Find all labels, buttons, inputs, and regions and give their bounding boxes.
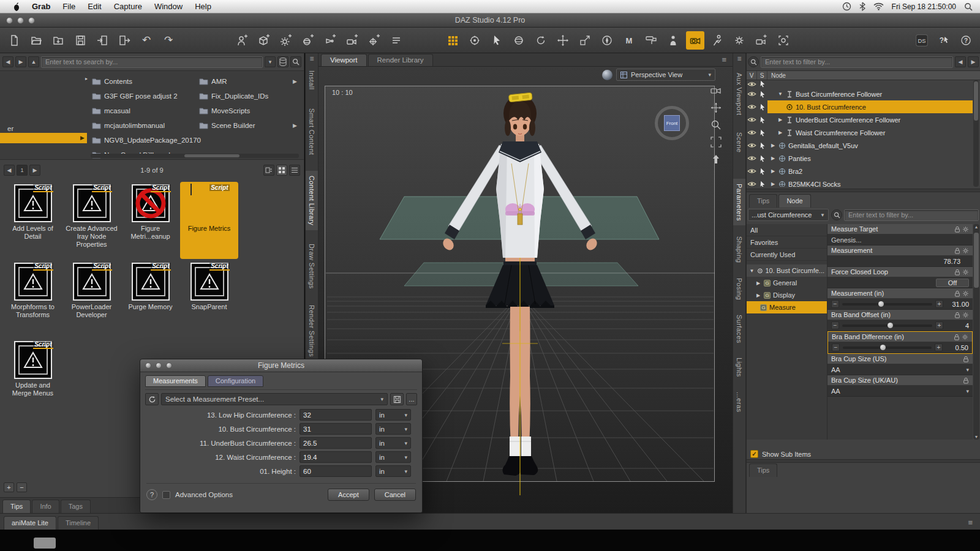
measurement-input[interactable]: 31 bbox=[300, 423, 372, 435]
params-scrollbar[interactable]: ▲ ▼ bbox=[973, 224, 979, 440]
tab-surfaces[interactable]: Surfaces bbox=[733, 310, 745, 348]
tab-draw-settings[interactable]: Draw Settings bbox=[306, 239, 318, 294]
cursor-icon[interactable] bbox=[759, 80, 766, 88]
eye-icon[interactable] bbox=[747, 181, 756, 187]
surface-selection-tool-button[interactable] bbox=[642, 31, 660, 50]
folder-item[interactable]: mcasual bbox=[92, 105, 130, 117]
gear-icon[interactable] bbox=[962, 334, 968, 340]
tree-item-display[interactable]: ▶GDisplay bbox=[747, 289, 827, 301]
expand-arrow[interactable]: ▶ bbox=[777, 130, 783, 135]
time-machine-icon[interactable] bbox=[842, 2, 851, 11]
folder-item[interactable]: Fix_Duplicate_IDs bbox=[199, 90, 268, 102]
show-sub-items-checkbox[interactable]: ✓ bbox=[750, 450, 758, 458]
scene-scrollbar[interactable] bbox=[973, 80, 979, 187]
advanced-options-checkbox[interactable] bbox=[162, 491, 170, 499]
tab-aux-viewport[interactable]: Aux Viewport bbox=[733, 68, 745, 120]
tab-tags[interactable]: Tags bbox=[61, 500, 91, 513]
bra-band-offset-slider[interactable]: −+4 bbox=[827, 320, 973, 331]
folder-item[interactable]: Scene Builder▶ bbox=[199, 119, 297, 132]
export-button[interactable] bbox=[115, 31, 134, 50]
tab-render-library[interactable]: Render Library bbox=[368, 54, 433, 66]
scene-node-row[interactable]: ▼Bust Circumference Follower bbox=[747, 88, 973, 100]
measurement-in-slider[interactable]: −+31.00 bbox=[827, 299, 973, 310]
tab-shaping[interactable]: Shaping bbox=[733, 231, 745, 268]
cursor-icon[interactable] bbox=[759, 116, 766, 124]
universal-tool-button[interactable] bbox=[554, 31, 572, 50]
cursor-icon[interactable] bbox=[759, 129, 766, 137]
scale-tool-button[interactable] bbox=[576, 31, 594, 50]
refresh-preset-button[interactable] bbox=[145, 393, 159, 405]
tab-animate-lite[interactable]: aniMate Lite bbox=[4, 516, 56, 530]
create-null-button[interactable] bbox=[365, 31, 383, 50]
cursor-icon[interactable] bbox=[759, 155, 766, 162]
measurement-input[interactable]: 60 bbox=[300, 465, 372, 477]
expand-arrow[interactable]: ▼ bbox=[777, 91, 783, 97]
expand-arrow[interactable]: ▶ bbox=[770, 168, 776, 174]
import-button[interactable] bbox=[93, 31, 111, 50]
lock-icon[interactable] bbox=[954, 269, 960, 276]
tab-tips[interactable]: Tips bbox=[2, 500, 31, 513]
camera-pan-icon[interactable] bbox=[710, 102, 722, 113]
browse-back-button[interactable]: ◀ bbox=[2, 56, 13, 67]
group-currently-used[interactable]: Currently Used bbox=[747, 249, 827, 261]
shaded-view-icon[interactable] bbox=[602, 70, 612, 80]
create-figure-button[interactable] bbox=[233, 31, 251, 50]
param-filter-input[interactable] bbox=[844, 209, 979, 221]
render-button[interactable] bbox=[443, 31, 462, 50]
content-item[interactable]: Script SnapParent bbox=[180, 260, 238, 337]
tab-timeline[interactable]: Timeline bbox=[58, 516, 99, 530]
menu-capture[interactable]: Capture bbox=[108, 0, 148, 13]
folder-item[interactable]: MoveScripts bbox=[199, 105, 250, 117]
content-search-input[interactable] bbox=[41, 56, 263, 68]
bra-cup-uk-dropdown[interactable]: AA▾ bbox=[827, 386, 973, 397]
pane-splitter[interactable] bbox=[747, 189, 980, 192]
scene-navigator-button[interactable] bbox=[598, 31, 616, 50]
page-number[interactable]: 1 bbox=[17, 165, 28, 176]
tab-parameters[interactable]: Parameters bbox=[733, 179, 745, 226]
camera-zoom-icon[interactable] bbox=[710, 119, 722, 130]
add-button[interactable]: + bbox=[4, 482, 14, 492]
eye-icon[interactable] bbox=[747, 117, 756, 122]
content-item[interactable]: Script Morphforms to Transforms bbox=[4, 260, 62, 337]
database-button[interactable] bbox=[277, 56, 288, 67]
menu-edit[interactable]: Edit bbox=[81, 0, 107, 13]
lock-icon[interactable] bbox=[963, 356, 969, 362]
perspective-camera-button[interactable] bbox=[686, 31, 704, 50]
frame-camera-button[interactable] bbox=[774, 31, 793, 50]
pane-menu-icon[interactable]: ≡ bbox=[733, 53, 745, 64]
node-selection-tool-button[interactable] bbox=[488, 31, 506, 50]
window-titlebar[interactable]: DAZ Studio 4.12 Pro bbox=[0, 13, 980, 28]
slider-minus-button[interactable]: − bbox=[831, 300, 839, 308]
folder-item[interactable]: Contents bbox=[92, 75, 132, 88]
bra-band-difference-slider[interactable]: −+0.50 bbox=[828, 342, 972, 353]
cursor-icon[interactable] bbox=[759, 142, 766, 149]
list-view-button[interactable] bbox=[289, 165, 300, 176]
slider-track[interactable] bbox=[842, 324, 932, 327]
rotate-tool-button[interactable] bbox=[532, 31, 550, 50]
scene-node-row[interactable]: ▶Bra2 bbox=[747, 165, 973, 178]
content-item-selected[interactable]: Script Figure Metrics bbox=[180, 182, 238, 259]
tab-node[interactable]: Node bbox=[778, 194, 810, 208]
undo-button[interactable]: ↶ bbox=[137, 31, 156, 50]
viewport-menu-icon[interactable]: ≡ bbox=[718, 55, 730, 66]
cursor-icon[interactable] bbox=[759, 103, 766, 111]
menu-app[interactable]: Grab bbox=[26, 0, 56, 13]
group-favorites[interactable]: Favorites bbox=[747, 236, 827, 249]
ds-logo-button[interactable]: DS bbox=[913, 31, 931, 50]
find-prev-button[interactable]: ◀ bbox=[955, 56, 966, 67]
tab-info[interactable]: Info bbox=[32, 500, 59, 513]
tab-cameras[interactable]: ...eras bbox=[733, 387, 745, 417]
search-go-button[interactable] bbox=[290, 56, 301, 67]
wifi-icon[interactable] bbox=[873, 2, 884, 10]
unit-dropdown[interactable]: in▾ bbox=[375, 409, 411, 421]
view-list-button[interactable] bbox=[387, 31, 405, 50]
content-item[interactable]: Script Update and Merge Menus bbox=[4, 339, 62, 416]
parameter-group-selector[interactable]: ...ust Circumference▼ bbox=[748, 209, 829, 221]
camera-orbit-icon[interactable] bbox=[710, 85, 722, 96]
tab-content-library[interactable]: Content Library bbox=[306, 171, 318, 230]
unit-dropdown[interactable]: in▾ bbox=[375, 437, 411, 449]
tab-tips[interactable]: Tips bbox=[749, 194, 777, 208]
folder-item[interactable]: G3F G8F pose adjust 2 bbox=[92, 90, 178, 102]
scene-node-row[interactable]: ▶Waist Circumference Follower bbox=[747, 126, 973, 139]
measure-target-value[interactable]: Genesis... bbox=[827, 234, 973, 246]
